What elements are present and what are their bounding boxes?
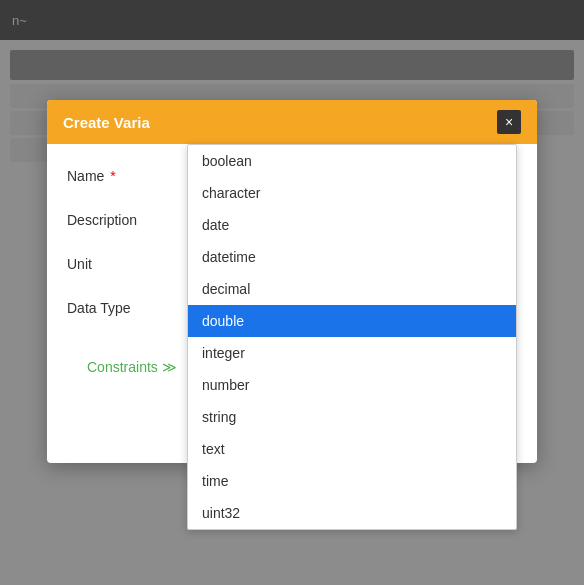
required-indicator: * [110, 168, 115, 184]
close-icon: × [505, 114, 513, 130]
datatype-label: Data Type [67, 296, 187, 316]
dropdown-item-number[interactable]: number [188, 369, 516, 401]
dropdown-item-integer[interactable]: integer [188, 337, 516, 369]
dropdown-list: boolean character date datetime decimal … [187, 144, 517, 530]
description-label: Description [67, 208, 187, 228]
modal-header: Create Varia × [47, 100, 537, 144]
dropdown-item-character[interactable]: character [188, 177, 516, 209]
dropdown-item-string[interactable]: string [188, 401, 516, 433]
constraints-expand-icon: ≫ [162, 359, 177, 375]
dropdown-item-time[interactable]: time [188, 465, 516, 497]
dropdown-item-date[interactable]: date [188, 209, 516, 241]
dropdown-item-text[interactable]: text [188, 433, 516, 465]
modal-body: Name * Description Unit [47, 144, 537, 401]
name-label: Name * [67, 164, 187, 184]
dropdown-item-datetime[interactable]: datetime [188, 241, 516, 273]
dropdown-item-boolean[interactable]: boolean [188, 145, 516, 177]
modal-overlay: Create Varia × Name * Description [0, 0, 584, 585]
modal-title: Create Varia [63, 114, 150, 131]
create-variable-modal: Create Varia × Name * Description [47, 100, 537, 463]
constraints-label: Constraints [87, 359, 158, 375]
dropdown-item-double[interactable]: double [188, 305, 516, 337]
modal-close-button[interactable]: × [497, 110, 521, 134]
dropdown-item-decimal[interactable]: decimal [188, 273, 516, 305]
dropdown-item-uint32[interactable]: uint32 [188, 497, 516, 529]
unit-label: Unit [67, 252, 187, 272]
